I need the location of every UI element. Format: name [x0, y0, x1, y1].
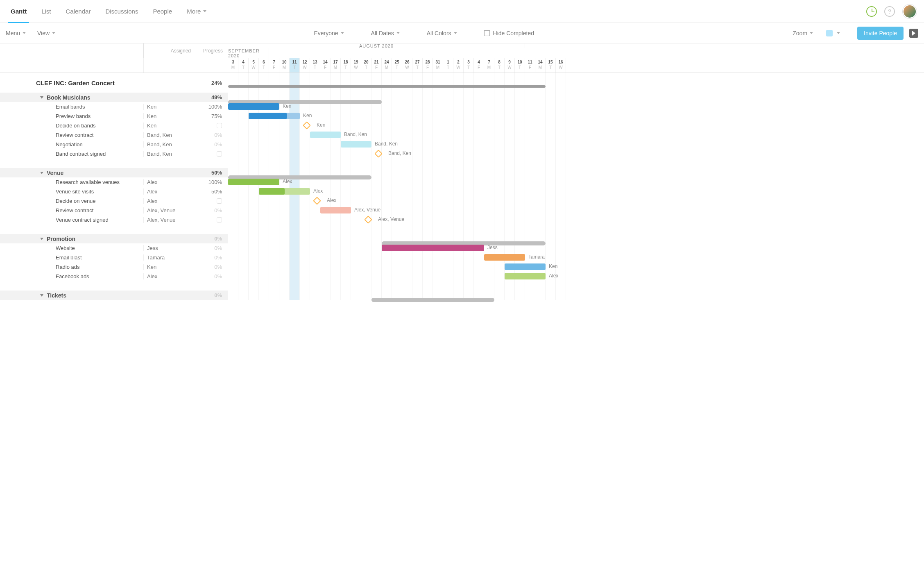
task-row[interactable]: Preview bandsKen75%: [0, 111, 228, 121]
task-row[interactable]: Review contractAlex, Venue0%: [0, 206, 228, 215]
group-row[interactable]: Promotion0%: [0, 234, 228, 243]
task-row[interactable]: NegotiationBand, Ken0%: [0, 140, 228, 149]
people-filter[interactable]: Everyone: [314, 30, 344, 36]
day-header-cell[interactable]: 13T: [310, 58, 320, 73]
task-bar[interactable]: [228, 179, 279, 185]
day-header-cell[interactable]: 4T: [238, 58, 249, 73]
task-bar[interactable]: [341, 141, 371, 148]
nav-tab-calendar[interactable]: Calendar: [59, 0, 98, 23]
gantt-row[interactable]: [228, 168, 924, 177]
gantt-row[interactable]: Ken: [228, 111, 924, 121]
day-header-cell[interactable]: 10T: [515, 58, 525, 73]
day-header-cell[interactable]: 1T: [443, 58, 453, 73]
day-header-cell[interactable]: 14M: [535, 58, 546, 73]
day-header-cell[interactable]: 8T: [494, 58, 505, 73]
day-header-cell[interactable]: 25T: [392, 58, 402, 73]
collapse-icon[interactable]: [40, 238, 43, 240]
day-header-cell[interactable]: 3M: [228, 58, 238, 73]
gantt-row[interactable]: Band, Ken: [228, 149, 924, 159]
task-bar-progress[interactable]: [249, 113, 287, 119]
menu-dropdown[interactable]: Menu: [6, 30, 26, 36]
day-header-cell[interactable]: 21F: [371, 58, 382, 73]
group-row[interactable]: Book Musicians49%: [0, 93, 228, 102]
zoom-dropdown[interactable]: Zoom: [793, 30, 813, 36]
task-row[interactable]: Facebook adsAlex0%: [0, 272, 228, 281]
gantt-row[interactable]: Tamara: [228, 253, 924, 262]
gantt-row[interactable]: Alex: [228, 272, 924, 281]
day-header-cell[interactable]: 14F: [320, 58, 331, 73]
task-bar[interactable]: [382, 245, 484, 251]
gantt-row[interactable]: Band, Ken: [228, 130, 924, 140]
day-header-cell[interactable]: 16W: [556, 58, 566, 73]
day-header-cell[interactable]: 12W: [300, 58, 310, 73]
milestone-diamond[interactable]: [364, 216, 372, 224]
day-header-cell[interactable]: 5W: [249, 58, 259, 73]
task-bar[interactable]: [484, 254, 525, 261]
task-row[interactable]: WebsiteJess0%: [0, 243, 228, 253]
day-header-cell[interactable]: 11T: [290, 58, 300, 73]
gantt-row[interactable]: [228, 234, 924, 243]
gantt-row[interactable]: Ken: [228, 102, 924, 111]
task-row[interactable]: Decide on bandsKen: [0, 121, 228, 130]
milestone-diamond[interactable]: [303, 121, 311, 129]
gantt-row[interactable]: Jess: [228, 243, 924, 253]
column-assigned[interactable]: Assigned: [143, 43, 196, 58]
day-header-cell[interactable]: 26W: [402, 58, 412, 73]
day-header-cell[interactable]: 2W: [453, 58, 464, 73]
nav-tab-more[interactable]: More: [179, 0, 214, 23]
group-summary-bar[interactable]: [371, 298, 494, 302]
milestone-diamond[interactable]: [313, 197, 321, 205]
task-bar[interactable]: [320, 207, 351, 213]
hide-completed-toggle[interactable]: Hide Completed: [484, 30, 534, 36]
gantt-row[interactable]: [228, 291, 924, 300]
task-row[interactable]: Email bandsKen100%: [0, 102, 228, 111]
day-header-cell[interactable]: 4F: [474, 58, 484, 73]
task-row[interactable]: [0, 159, 228, 168]
view-dropdown[interactable]: View: [37, 30, 55, 36]
task-row[interactable]: Venue site visitsAlex50%: [0, 187, 228, 196]
gantt-row[interactable]: Alex, Venue: [228, 215, 924, 225]
day-header-cell[interactable]: 6T: [259, 58, 269, 73]
task-bar[interactable]: [505, 273, 546, 279]
gantt-row[interactable]: [228, 225, 924, 234]
gantt-row[interactable]: Ken: [228, 262, 924, 272]
color-filter[interactable]: All Colors: [427, 30, 457, 36]
zoom-color-dropdown[interactable]: [824, 30, 840, 36]
group-row[interactable]: Venue50%: [0, 168, 228, 177]
nav-tab-discussions[interactable]: Discussions: [98, 0, 145, 23]
collapse-icon[interactable]: [40, 172, 43, 174]
gantt-chart[interactable]: KenKenKenBand, KenBand, KenBand, KenAlex…: [228, 73, 924, 300]
day-header-cell[interactable]: 15T: [546, 58, 556, 73]
collapse-icon[interactable]: [40, 96, 43, 99]
nav-tab-list[interactable]: List: [34, 0, 58, 23]
milestone-checkbox[interactable]: [217, 123, 222, 128]
day-header-cell[interactable]: 11F: [525, 58, 535, 73]
gantt-row[interactable]: Alex, Venue: [228, 206, 924, 215]
task-row[interactable]: Review contractBand, Ken0%: [0, 130, 228, 140]
day-header-cell[interactable]: 17M: [331, 58, 341, 73]
milestone-diamond[interactable]: [374, 150, 383, 158]
day-header-cell[interactable]: 3T: [464, 58, 474, 73]
day-header-cell[interactable]: 27T: [412, 58, 423, 73]
task-bar[interactable]: [310, 132, 341, 138]
task-row[interactable]: [0, 281, 228, 291]
help-icon[interactable]: ?: [883, 5, 896, 18]
group-row[interactable]: Tickets0%: [0, 291, 228, 300]
project-row[interactable]: CLEF INC: Garden Concert24%: [0, 73, 228, 93]
day-header-cell[interactable]: 24M: [382, 58, 392, 73]
milestone-checkbox[interactable]: [217, 151, 222, 157]
day-header-cell[interactable]: 7M: [484, 58, 494, 73]
day-header-cell[interactable]: 18T: [341, 58, 351, 73]
gantt-row[interactable]: [228, 93, 924, 102]
nav-tab-gantt[interactable]: Gantt: [3, 0, 34, 23]
gantt-row[interactable]: Alex: [228, 196, 924, 206]
milestone-checkbox[interactable]: [217, 217, 222, 223]
task-row[interactable]: Decide on venueAlex: [0, 196, 228, 206]
task-bar[interactable]: [228, 103, 279, 110]
column-progress[interactable]: Progress: [196, 43, 228, 58]
gantt-row[interactable]: Band, Ken: [228, 140, 924, 149]
task-row[interactable]: Band contract signedBand, Ken: [0, 149, 228, 159]
day-header-cell[interactable]: 19W: [351, 58, 361, 73]
day-header-cell[interactable]: 7F: [269, 58, 279, 73]
day-header-cell[interactable]: 20T: [361, 58, 371, 73]
